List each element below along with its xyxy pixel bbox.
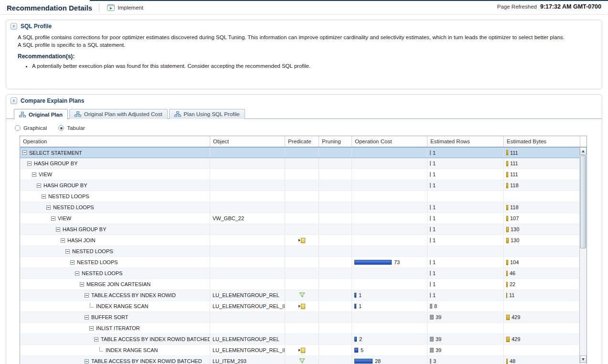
collapse-node-icon[interactable] <box>56 227 60 232</box>
sql-profile-description-1: A SQL profile contains corrections for p… <box>18 34 594 41</box>
collapse-node-icon[interactable] <box>89 326 94 331</box>
plan-row[interactable]: TABLE ACCESS BY INDEX ROWIDLU_ELEMENTGRO… <box>20 290 580 301</box>
object-cell <box>210 246 285 257</box>
scroll-thumb[interactable] <box>580 155 586 248</box>
estimated-bytes-cell: 22 <box>504 279 580 289</box>
collapse-node-icon[interactable] <box>75 271 79 276</box>
operation-cost-cell <box>352 224 427 235</box>
collapse-node-icon[interactable] <box>37 183 41 188</box>
collapse-node-icon[interactable] <box>32 172 36 177</box>
predicate-filter-icon[interactable] <box>299 292 305 298</box>
plan-row[interactable]: SELECT STATEMENT1111 <box>20 147 580 158</box>
predicate-cell <box>285 312 319 322</box>
bytes-value: 429 <box>512 314 520 320</box>
plan-row[interactable]: NESTED LOOPS731104 <box>20 257 580 268</box>
tree-connector <box>90 303 94 308</box>
operation-cost-cell: 2 <box>352 334 427 344</box>
plan-row[interactable]: TABLE ACCESS BY INDEX ROWID BATCHEDLU_IT… <box>20 356 580 364</box>
pruning-cell <box>319 301 352 311</box>
view-mode-radios: GraphicalTabular <box>6 119 602 136</box>
collapse-node-icon[interactable] <box>61 238 65 243</box>
predicate-cell <box>285 202 319 213</box>
tab-label: Original Plan <box>29 112 63 118</box>
collapse-node-icon[interactable] <box>70 260 75 265</box>
collapse-node-icon[interactable] <box>22 150 27 155</box>
scroll-track[interactable] <box>580 155 587 355</box>
plan-row[interactable]: INDEX RANGE SCANLU_ELEMENTGROUP_REL_IDX1… <box>20 301 580 312</box>
plan-row[interactable]: NESTED LOOPS1118 <box>20 202 580 213</box>
plan-row[interactable]: INDEX RANGE SCANLU_ELEMENTGROUP_REL_IDX1… <box>20 345 580 356</box>
vertical-scrollbar[interactable] <box>579 147 587 363</box>
plan-row[interactable]: HASH GROUP BY1130 <box>20 224 580 235</box>
predicate-note-icon[interactable] <box>299 238 305 243</box>
predicate-filter-icon[interactable] <box>299 358 305 364</box>
predicate-cell <box>285 323 319 333</box>
column-header-object: Object <box>210 136 285 147</box>
tab-original-plan-with-adjusted-cost[interactable]: Original Plan with Adjusted Cost <box>69 109 168 119</box>
predicate-cell <box>285 334 319 344</box>
plan-row[interactable]: VIEW1111 <box>20 169 580 180</box>
tab-original-plan[interactable]: Original Plan <box>14 109 68 119</box>
recommendation-list: A potentially better execution plan was … <box>32 63 594 70</box>
scroll-down-button[interactable] <box>580 355 587 363</box>
header-separator <box>99 3 99 12</box>
plan-icon <box>75 111 81 117</box>
rows-bar <box>430 205 431 210</box>
page-refreshed-label: Page Refreshed <box>497 4 537 10</box>
operation-cost-cell <box>352 246 427 257</box>
radio-graphical[interactable] <box>15 125 21 131</box>
scroll-up-button[interactable] <box>580 147 587 155</box>
view-option-tabular[interactable]: Tabular <box>58 125 85 131</box>
estimated-bytes-cell: 118 <box>504 180 580 191</box>
bytes-bar <box>506 293 507 298</box>
estimated-bytes-cell: 111 <box>504 169 580 180</box>
rows-bar <box>430 304 432 309</box>
cost-value: 2 <box>359 336 362 342</box>
rows-value: 1 <box>433 150 436 156</box>
pruning-cell <box>319 180 352 191</box>
plan-row[interactable]: INLIST ITERATOR <box>20 323 580 334</box>
collapse-node-icon[interactable] <box>85 293 89 298</box>
object-cell: LU_ELEMENTGROUP_REL_IDX1 <box>210 301 285 311</box>
collapse-node-icon[interactable] <box>65 249 70 254</box>
bytes-value: 429 <box>512 336 520 342</box>
plan-row[interactable]: HASH JOIN1130 <box>20 235 580 246</box>
collapse-node-icon[interactable] <box>27 161 32 166</box>
collapse-node-icon[interactable] <box>46 205 51 210</box>
operation-cell: HASH JOIN <box>20 235 210 246</box>
tab-plan-using-sql-profile[interactable]: Plan Using SQL Profile <box>169 109 245 119</box>
plan-row[interactable]: BUFFER SORT39429 <box>20 312 580 323</box>
collapse-node-icon[interactable] <box>42 194 46 199</box>
bytes-value: 22 <box>510 281 515 287</box>
pruning-cell <box>319 290 352 300</box>
radio-tabular[interactable] <box>58 125 64 131</box>
plan-row[interactable]: MERGE JOIN CARTESIAN122 <box>20 279 580 290</box>
object-label: LU_ELEMENTGROUP_REL_IDX1 <box>213 347 285 353</box>
collapse-compare-plans-icon[interactable] <box>11 97 17 104</box>
collapse-node-icon[interactable] <box>85 315 89 320</box>
collapse-node-icon[interactable] <box>80 282 84 287</box>
plan-row[interactable]: NESTED LOOPS <box>20 246 580 257</box>
view-option-graphical[interactable]: Graphical <box>15 125 47 131</box>
collapse-sql-profile-icon[interactable] <box>11 23 17 30</box>
collapse-node-icon[interactable] <box>85 359 89 364</box>
estimated-rows-cell: 1 <box>427 290 504 300</box>
collapse-node-icon[interactable] <box>51 216 55 221</box>
plan-row[interactable]: HASH GROUP BY1118 <box>20 180 580 191</box>
predicate-cell <box>285 213 319 224</box>
plan-row[interactable]: TABLE ACCESS BY INDEX ROWID BATCHEDLU_EL… <box>20 334 580 345</box>
plan-row[interactable]: HASH GROUP BY1111 <box>20 158 580 169</box>
predicate-cell <box>285 279 319 289</box>
plan-row[interactable]: VIEWVW_GBC_221107 <box>20 213 580 224</box>
object-label: VW_GBC_22 <box>213 215 244 221</box>
collapse-node-icon[interactable] <box>94 337 98 342</box>
plan-row[interactable]: NESTED LOOPS146 <box>20 268 580 279</box>
plan-row[interactable]: NESTED LOOPS <box>20 191 580 202</box>
object-cell: VW_GBC_22 <box>210 213 285 224</box>
object-cell <box>210 191 285 202</box>
operation-label: HASH JOIN <box>67 237 96 243</box>
object-cell: LU_ITEM_293 <box>210 356 285 364</box>
predicate-note-icon[interactable] <box>299 304 305 309</box>
predicate-note-icon[interactable] <box>299 348 305 353</box>
implement-button[interactable]: Implement <box>105 3 145 12</box>
